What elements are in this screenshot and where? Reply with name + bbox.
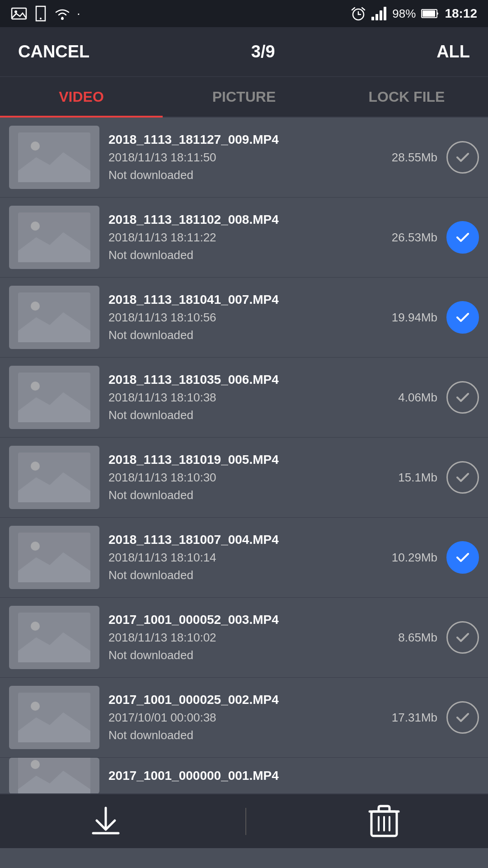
svg-point-12 — [31, 142, 40, 151]
file-size: 15.1Mb — [388, 471, 437, 485]
file-status: Not downloaded — [108, 328, 379, 342]
file-status: Not downloaded — [108, 168, 379, 182]
file-checkbox[interactable] — [446, 621, 479, 654]
svg-rect-8 — [384, 7, 386, 20]
file-name: 2018_1113_181127_009.MP4 — [108, 132, 379, 147]
list-item[interactable]: 2018_1113_181007_004.MP4 2018/11/13 18:1… — [0, 518, 488, 598]
gallery-icon — [11, 5, 27, 22]
svg-point-1 — [14, 10, 17, 13]
list-item[interactable]: 2017_1001_000052_003.MP4 2018/11/13 18:1… — [0, 598, 488, 678]
list-item[interactable]: 2017_1001_000025_002.MP4 2017/10/01 00:0… — [0, 678, 488, 758]
svg-rect-0 — [12, 8, 26, 19]
status-icons-left: · — [11, 5, 80, 22]
file-size: 28.55Mb — [388, 151, 437, 165]
tab-lockfile[interactable]: LOCK FILE — [325, 78, 488, 118]
file-status: Not downloaded — [108, 648, 379, 662]
file-status: Not downloaded — [108, 408, 379, 422]
svg-rect-7 — [380, 10, 382, 20]
battery-icon — [421, 8, 439, 19]
file-details: 2018_1113_181019_005.MP4 2018/11/13 18:1… — [108, 453, 379, 502]
file-thumbnail — [9, 606, 99, 669]
svg-point-3 — [61, 17, 64, 20]
file-checkbox[interactable] — [446, 301, 479, 334]
svg-rect-10 — [422, 10, 435, 17]
list-item[interactable]: 2018_1113_181041_007.MP4 2018/11/13 18:1… — [0, 278, 488, 358]
file-checkbox[interactable] — [446, 541, 479, 574]
svg-point-26 — [31, 702, 40, 711]
list-item[interactable]: 2018_1113_181035_006.MP4 2018/11/13 18:1… — [0, 358, 488, 438]
file-name: 2018_1113_181041_007.MP4 — [108, 292, 379, 307]
file-status: Not downloaded — [108, 248, 379, 262]
file-thumbnail — [9, 206, 99, 269]
file-date: 2017/10/01 00:00:38 — [108, 711, 379, 725]
svg-point-14 — [31, 222, 40, 231]
download-icon — [88, 803, 124, 840]
file-thumbnail — [9, 686, 99, 749]
file-name: 2017_1001_000025_002.MP4 — [108, 693, 379, 707]
file-details: 2017_1001_000025_002.MP4 2017/10/01 00:0… — [108, 693, 379, 742]
svg-rect-6 — [375, 14, 378, 20]
status-time: 18:12 — [445, 6, 477, 21]
svg-point-2 — [40, 18, 42, 19]
delete-icon — [368, 803, 400, 840]
tab-picture[interactable]: PICTURE — [163, 78, 325, 118]
svg-point-22 — [31, 542, 40, 551]
file-name: 2017_1001_000052_003.MP4 — [108, 613, 379, 627]
file-status: Not downloaded — [108, 488, 379, 502]
bottom-divider — [245, 808, 246, 835]
file-name: 2018_1113_181007_004.MP4 — [108, 533, 379, 547]
list-item[interactable]: 2017_1001_000000_001.MP4 — [0, 758, 488, 794]
file-checkbox[interactable] — [446, 381, 479, 414]
file-date: 2018/11/13 18:11:50 — [108, 151, 379, 165]
svg-point-20 — [31, 462, 40, 471]
signal-icon — [371, 7, 387, 20]
status-icons-right: 98% 18:12 — [351, 6, 477, 21]
list-item[interactable]: 2018_1113_181127_009.MP4 2018/11/13 18:1… — [0, 118, 488, 198]
file-date: 2018/11/13 18:10:02 — [108, 631, 379, 645]
selection-count: 3/9 — [251, 42, 275, 61]
file-checkbox[interactable] — [446, 461, 479, 494]
file-status: Not downloaded — [108, 728, 379, 742]
download-button[interactable] — [88, 803, 124, 840]
file-checkbox[interactable] — [446, 701, 479, 734]
phone-icon — [33, 5, 48, 22]
file-thumbnail — [9, 526, 99, 589]
file-date: 2018/11/13 18:10:56 — [108, 311, 379, 325]
alarm-icon — [351, 6, 366, 21]
delete-button[interactable] — [368, 803, 400, 840]
file-details: 2018_1113_181041_007.MP4 2018/11/13 18:1… — [108, 292, 379, 342]
file-checkbox[interactable] — [446, 221, 479, 254]
file-date: 2018/11/13 18:10:38 — [108, 391, 379, 405]
file-name: 2018_1113_181035_006.MP4 — [108, 373, 379, 387]
svg-point-18 — [31, 382, 40, 391]
top-bar: CANCEL 3/9 ALL — [0, 27, 488, 77]
notification-dot: · — [77, 6, 80, 21]
file-date: 2018/11/13 18:10:14 — [108, 551, 379, 565]
file-name: 2017_1001_000000_001.MP4 — [108, 769, 479, 783]
tab-video[interactable]: VIDEO — [0, 78, 163, 118]
bottom-bar — [0, 794, 488, 848]
file-details: 2017_1001_000052_003.MP4 2018/11/13 18:1… — [108, 613, 379, 662]
cancel-button[interactable]: CANCEL — [18, 42, 89, 61]
file-size: 4.06Mb — [388, 391, 437, 405]
list-item[interactable]: 2018_1113_181019_005.MP4 2018/11/13 18:1… — [0, 438, 488, 518]
file-thumbnail — [9, 126, 99, 189]
file-size: 8.65Mb — [388, 631, 437, 645]
svg-rect-5 — [371, 17, 374, 20]
file-status: Not downloaded — [108, 568, 379, 582]
select-all-button[interactable]: ALL — [436, 42, 470, 61]
svg-point-28 — [31, 760, 40, 769]
file-thumbnail — [9, 286, 99, 349]
status-bar: · 98% 18:12 — [0, 0, 488, 27]
file-name: 2018_1113_181019_005.MP4 — [108, 453, 379, 467]
file-date: 2018/11/13 18:11:22 — [108, 231, 379, 245]
battery-percent: 98% — [392, 7, 416, 21]
tab-bar: VIDEO PICTURE LOCK FILE — [0, 77, 488, 118]
file-checkbox[interactable] — [446, 141, 479, 174]
file-details: 2018_1113_181102_008.MP4 2018/11/13 18:1… — [108, 212, 379, 262]
file-list: 2018_1113_181127_009.MP4 2018/11/13 18:1… — [0, 118, 488, 794]
file-thumbnail — [9, 366, 99, 429]
svg-point-24 — [31, 622, 40, 631]
file-details: 2018_1113_181007_004.MP4 2018/11/13 18:1… — [108, 533, 379, 582]
list-item[interactable]: 2018_1113_181102_008.MP4 2018/11/13 18:1… — [0, 198, 488, 278]
